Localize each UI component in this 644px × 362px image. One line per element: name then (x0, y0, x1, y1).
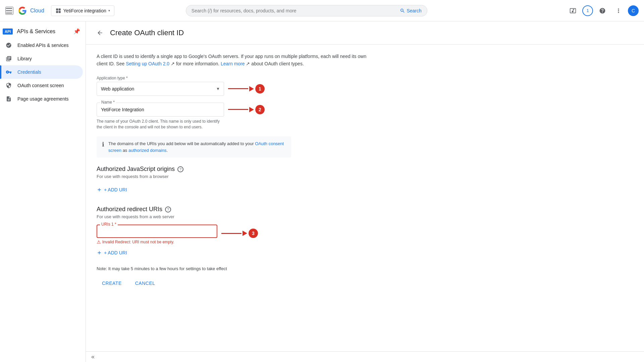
search-input[interactable] (192, 8, 400, 13)
sidebar-item-credentials[interactable]: Credentials (0, 65, 83, 79)
name-input-wrapper: Name * (97, 103, 224, 117)
name-group: Name * 2 The name of your OAuth 2.0 clie… (97, 103, 377, 130)
create-button[interactable]: CREATE (97, 278, 127, 289)
js-origins-subtitle: For use with requests from a browser (97, 174, 377, 179)
redirect-uris-section: Authorized redirect URIs ? For use with … (97, 206, 377, 258)
display-icon (570, 7, 576, 14)
project-selector[interactable]: YetiForce integration ▾ (51, 5, 114, 16)
top-header: Cloud YetiForce integration ▾ Search 1 (0, 0, 644, 21)
sidebar-item-label: OAuth consent screen (17, 83, 64, 88)
sidebar-item-label: Page usage agreements (17, 96, 69, 102)
search-icon (400, 8, 405, 13)
sidebar-item-label: Library (17, 56, 32, 61)
learn-more-link[interactable]: Learn more (221, 61, 245, 66)
api-badge: API (3, 28, 13, 35)
pin-icon[interactable]: 📌 (73, 28, 80, 35)
error-icon: ⚠ (97, 239, 101, 245)
collapse-icon: « (91, 353, 95, 360)
app-type-select-wrapper: Web application Android Chrome App iOS T… (97, 82, 224, 96)
svg-rect-3 (59, 11, 61, 13)
annotation-1: 1 (228, 84, 265, 94)
annotation-2: 2 (228, 105, 265, 114)
user-avatar[interactable]: C (628, 5, 639, 16)
app-type-label: Application type * (97, 76, 377, 80)
collapse-sidebar-button[interactable]: « (91, 353, 95, 360)
annotation-3: 3 (221, 229, 258, 238)
authorized-domains-link[interactable]: authorized domains (128, 148, 166, 153)
header-actions: 1 C (566, 4, 639, 17)
name-helper-text: The name of your OAuth 2.0 client. This … (97, 119, 224, 130)
project-icon (55, 8, 61, 14)
svg-rect-2 (56, 11, 58, 13)
logo-text: Cloud (30, 8, 44, 14)
search-button[interactable]: Search (400, 8, 421, 13)
name-input[interactable] (97, 103, 224, 117)
app-type-select[interactable]: Web application Android Chrome App iOS T… (97, 82, 224, 96)
form-content: A client ID is used to identify a single… (86, 45, 388, 297)
enabled-apis-icon (5, 42, 12, 49)
add-redirect-icon (97, 250, 102, 255)
svg-rect-0 (56, 8, 58, 10)
uri-1-input[interactable] (97, 225, 217, 238)
setup-oauth-link[interactable]: Setting up OAuth 2.0 (126, 61, 169, 66)
google-cloud-logo[interactable]: Cloud (17, 7, 44, 15)
oauth-consent-icon (5, 82, 12, 89)
google-logo-icon (17, 7, 28, 15)
notification-badge[interactable]: 1 (582, 5, 593, 16)
js-origins-help-icon[interactable]: ? (177, 166, 183, 172)
uri-error-text: ⚠ Invalid Redirect: URI must not be empt… (97, 239, 217, 245)
add-icon (97, 187, 102, 192)
redirect-uris-help-icon[interactable]: ? (165, 206, 171, 213)
sidebar-item-label: Enabled APIs & services (17, 43, 69, 48)
info-box-text: The domains of the URIs you add below wi… (108, 140, 286, 154)
page-title: Create OAuth client ID (110, 28, 184, 37)
sidebar-item-oauth-consent[interactable]: OAuth consent screen (0, 79, 83, 92)
name-floating-label: Name * (100, 100, 116, 105)
js-origins-section: Authorized JavaScript origins ? For use … (97, 166, 377, 195)
sidebar-title: APIs & Services (17, 28, 55, 35)
uri-floating-label: URIs 1 * (100, 222, 118, 227)
sidebar-item-page-usage[interactable]: Page usage agreements (0, 92, 83, 106)
redirect-uris-subtitle: For use with requests from a web server (97, 214, 377, 219)
redirect-uris-title: Authorized redirect URIs ? (97, 206, 377, 213)
page-usage-icon (5, 96, 12, 102)
display-icon-button[interactable] (566, 4, 580, 17)
more-vert-icon (615, 7, 622, 14)
chevron-down-icon: ▾ (108, 9, 110, 12)
sidebar: API APIs & Services 📌 Enabled APIs & ser… (0, 21, 86, 362)
more-options-button[interactable] (612, 4, 625, 17)
uri-input-wrapper: URIs 1 * (97, 225, 217, 238)
info-icon: ℹ (102, 141, 104, 148)
back-arrow-icon (97, 29, 103, 36)
svg-rect-1 (59, 8, 61, 10)
sidebar-item-enabled-apis[interactable]: Enabled APIs & services (0, 39, 83, 52)
action-buttons: CREATE CANCEL (97, 278, 377, 289)
uri-input-row: URIs 1 * ⚠ Invalid Redirect: URI must no… (97, 225, 377, 245)
js-origins-title: Authorized JavaScript origins ? (97, 166, 377, 173)
credentials-icon (5, 69, 12, 75)
cancel-button[interactable]: CANCEL (130, 278, 161, 289)
bottom-bar: « (86, 351, 644, 362)
search-bar: Search (186, 5, 427, 16)
note-text: Note: It may take 5 minutes to a few hou… (97, 266, 377, 271)
menu-button[interactable] (5, 7, 13, 15)
back-button[interactable] (94, 27, 106, 39)
sidebar-item-label: Credentials (17, 69, 41, 75)
application-type-group: Application type * Web application Andro… (97, 76, 377, 96)
description-text: A client ID is used to identify a single… (97, 53, 377, 68)
help-icon (599, 7, 606, 14)
add-uri-js-button[interactable]: + ADD URI (97, 184, 127, 195)
project-name: YetiForce integration (63, 8, 106, 13)
main-content: Create OAuth client ID A client ID is us… (86, 21, 644, 362)
add-uri-redirect-button[interactable]: + ADD URI (97, 247, 127, 258)
main-layout: API APIs & Services 📌 Enabled APIs & ser… (0, 21, 644, 362)
sidebar-header: API APIs & Services 📌 (0, 24, 86, 39)
info-box: ℹ The domains of the URIs you add below … (97, 136, 291, 158)
sidebar-item-library[interactable]: Library (0, 52, 83, 65)
library-icon (5, 55, 12, 62)
page-header: Create OAuth client ID (86, 21, 644, 45)
uri-input-group: URIs 1 * ⚠ Invalid Redirect: URI must no… (97, 225, 217, 245)
help-button[interactable] (596, 4, 609, 17)
